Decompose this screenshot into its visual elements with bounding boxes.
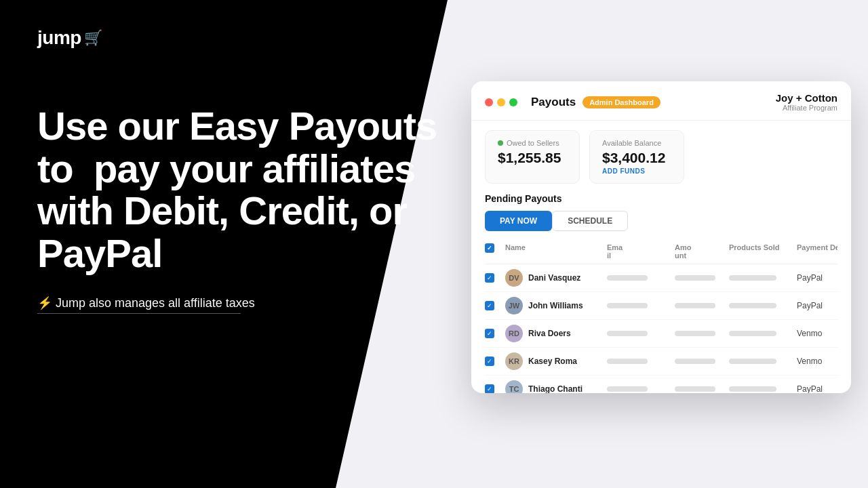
row-name-5: Thiago Chanti: [528, 384, 583, 393]
amount-placeholder-4: [675, 359, 715, 364]
table-row: JW John Williams PayPal: [485, 292, 837, 320]
pay-now-tab[interactable]: PAY NOW: [485, 211, 552, 231]
row-user-3: RD Riva Doers: [505, 325, 607, 342]
close-button-icon[interactable]: [485, 98, 493, 106]
amount-placeholder-5: [675, 386, 715, 392]
stat-dot-green: [498, 140, 503, 146]
payment-method-4: Venmo: [797, 357, 837, 366]
payouts-table: Name Email Amount Products Sold Payment …: [485, 239, 837, 393]
select-all-checkbox[interactable]: [485, 243, 494, 253]
email-placeholder-5: [607, 386, 648, 392]
row-checkbox-5[interactable]: [485, 384, 494, 393]
products-placeholder-5: [729, 386, 776, 392]
avatar-john: JW: [505, 297, 523, 314]
email-placeholder-1: [607, 275, 648, 281]
row-user-2: JW John Williams: [505, 297, 607, 314]
payment-method-1: PayPal: [797, 273, 837, 283]
col-header-payment: Payment Details: [797, 243, 837, 260]
col-header-email: Email: [607, 243, 675, 260]
table-row: TC Thiago Chanti PayPal: [485, 375, 837, 393]
amount-placeholder-2: [675, 303, 715, 308]
avatar-riva: RD: [505, 325, 523, 342]
row-name-2: John Williams: [528, 301, 583, 310]
col-header-checkbox: [485, 243, 505, 260]
products-placeholder-4: [729, 359, 776, 364]
row-checkbox-3[interactable]: [485, 329, 494, 338]
stat-label-1: Owed to Sellers: [498, 139, 567, 147]
logo-icon: 🛒: [84, 29, 102, 47]
amount-placeholder-3: [675, 331, 715, 336]
dashboard-window: Payouts Admin Dashboard Joy + Cotton Aff…: [471, 81, 851, 393]
stat-label-2: Available Balance: [602, 139, 671, 147]
col-header-products: Products Sold: [729, 243, 797, 260]
products-placeholder-1: [729, 275, 776, 281]
window-title: Payouts: [531, 96, 576, 109]
window-controls: [485, 98, 517, 106]
brand-name: Joy + Cotton: [776, 92, 837, 104]
row-checkbox-2[interactable]: [485, 301, 494, 310]
add-funds-link[interactable]: ADD FUNDS: [602, 167, 671, 175]
stats-row: Owed to Sellers $1,255.85 Available Bala…: [471, 121, 851, 193]
brand-info: Joy + Cotton Affiliate Program: [776, 92, 837, 112]
row-name-3: Riva Doers: [528, 329, 571, 338]
col-header-amount: Amount: [675, 243, 729, 260]
payment-method-3: Venmo: [797, 329, 837, 338]
window-titlebar: Payouts Admin Dashboard Joy + Cotton Aff…: [471, 81, 851, 121]
minimize-button-icon[interactable]: [497, 98, 505, 106]
owed-to-sellers-card: Owed to Sellers $1,255.85: [485, 130, 580, 184]
logo-text: jump: [37, 27, 81, 49]
row-user-4: KR Kasey Roma: [505, 352, 607, 370]
pending-payouts-title: Pending Payouts: [485, 193, 837, 204]
brand-subtitle: Affiliate Program: [776, 104, 837, 112]
amount-placeholder-1: [675, 275, 715, 281]
admin-dashboard-badge[interactable]: Admin Dashboard: [583, 96, 660, 108]
avatar-thiago: TC: [505, 380, 523, 393]
email-placeholder-2: [607, 303, 648, 308]
row-checkbox-4[interactable]: [485, 357, 494, 366]
payment-method-2: PayPal: [797, 301, 837, 310]
table-row: DV Dani Vasquez PayPal: [485, 264, 837, 292]
avatar-kasey: KR: [505, 352, 523, 370]
schedule-tab[interactable]: SCHEDULE: [552, 211, 628, 231]
maximize-button-icon[interactable]: [509, 98, 517, 106]
email-placeholder-3: [607, 331, 648, 336]
table-row: RD Riva Doers Venmo: [485, 320, 837, 348]
available-balance-card: Available Balance $3,400.12 ADD FUNDS: [589, 130, 684, 184]
row-user-5: TC Thiago Chanti: [505, 380, 607, 393]
row-name-4: Kasey Roma: [528, 357, 577, 366]
pending-payouts-section: Pending Payouts PAY NOW SCHEDULE Name Em…: [471, 193, 851, 393]
row-checkbox-1[interactable]: [485, 273, 494, 283]
row-name-1: Dani Vasquez: [528, 273, 580, 283]
col-header-name: Name: [505, 243, 607, 260]
email-placeholder-4: [607, 359, 648, 364]
row-user-1: DV Dani Vasquez: [505, 269, 607, 287]
table-row: KR Kasey Roma Venmo: [485, 348, 837, 375]
products-placeholder-3: [729, 331, 776, 336]
logo[interactable]: jump 🛒: [37, 27, 102, 49]
payout-tabs: PAY NOW SCHEDULE: [485, 211, 837, 231]
payment-method-5: PayPal: [797, 384, 837, 393]
products-placeholder-2: [729, 303, 776, 308]
stat-value-1: $1,255.85: [498, 150, 567, 166]
avatar-dani: DV: [505, 269, 523, 287]
table-header-row: Name Email Amount Products Sold Payment …: [485, 239, 837, 264]
stat-value-2: $3,400.12: [602, 150, 671, 166]
